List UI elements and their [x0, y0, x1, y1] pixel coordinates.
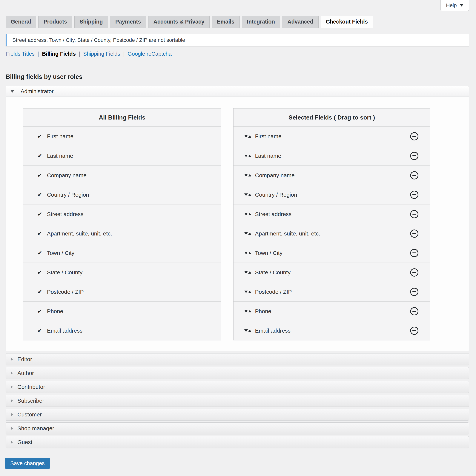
- chevron-down-icon: [10, 90, 14, 93]
- triangle-down-icon: [244, 174, 248, 177]
- accordion-header-shop-manager[interactable]: Shop manager: [6, 422, 469, 434]
- field-label: Company name: [47, 172, 87, 179]
- field-label: First name: [255, 133, 282, 139]
- tab-shipping[interactable]: Shipping: [74, 16, 108, 28]
- drag-sort-icon[interactable]: [244, 271, 251, 274]
- help-label: Help: [446, 2, 457, 8]
- check-icon: ✔: [37, 211, 42, 217]
- tab-emails[interactable]: Emails: [212, 16, 240, 28]
- collapsed-role-bars: EditorAuthorContributorSubscriberCustome…: [6, 353, 469, 448]
- remove-field-icon[interactable]: [410, 132, 419, 140]
- all-field-row-street-address[interactable]: ✔Street address: [23, 204, 221, 224]
- triangle-down-icon: [244, 252, 248, 254]
- drag-sort-icon[interactable]: [244, 310, 251, 313]
- field-label: Email address: [47, 327, 82, 334]
- selected-field-row-company-name[interactable]: Company name: [234, 166, 430, 185]
- remove-field-icon[interactable]: [410, 327, 419, 335]
- selected-field-row-phone[interactable]: Phone: [234, 301, 430, 321]
- chevron-right-icon: [11, 413, 13, 416]
- remove-field-icon[interactable]: [410, 307, 419, 315]
- accordion-header-author[interactable]: Author: [6, 367, 469, 379]
- tab-payments[interactable]: Payments: [110, 16, 146, 28]
- drag-sort-icon[interactable]: [244, 290, 251, 293]
- all-field-row-first-name[interactable]: ✔First name: [23, 127, 221, 146]
- chevron-right-icon: [11, 427, 13, 430]
- minus-bar: [412, 330, 416, 331]
- field-label: Company name: [255, 172, 295, 179]
- role-label: Guest: [17, 439, 32, 445]
- drag-sort-icon[interactable]: [244, 193, 251, 196]
- field-label: State / County: [47, 269, 82, 276]
- check-icon: ✔: [37, 328, 42, 334]
- page-title: Billing fields by user roles: [6, 73, 82, 80]
- chevron-right-icon: [11, 372, 13, 375]
- drag-sort-icon[interactable]: [244, 135, 251, 138]
- tab-checkout-fields[interactable]: Checkout Fields: [321, 16, 373, 28]
- subnav-link-billing-fields: Billing Fields: [42, 51, 76, 57]
- drag-sort-icon[interactable]: [244, 174, 251, 177]
- accordion-header-administrator[interactable]: Administrator: [6, 86, 469, 97]
- field-label: Phone: [255, 308, 271, 314]
- role-label: Contributor: [17, 384, 45, 390]
- all-field-row-apartment-suite-unit-etc[interactable]: ✔Apartment, suite, unit, etc.: [23, 224, 221, 243]
- selected-fields-table: Selected Fields ( Drag to sort ) First n…: [233, 108, 430, 340]
- remove-field-icon[interactable]: [410, 191, 419, 199]
- all-field-row-town-city[interactable]: ✔Town / City: [23, 243, 221, 263]
- selected-field-row-apartment-suite-unit-etc[interactable]: Apartment, suite, unit, etc.: [234, 224, 430, 243]
- selected-fields-rows: First nameLast nameCompany nameCountry /…: [234, 127, 430, 340]
- all-field-row-company-name[interactable]: ✔Company name: [23, 166, 221, 185]
- triangle-up-icon: [248, 290, 251, 293]
- tab-accounts-privacy[interactable]: Accounts & Privacy: [148, 16, 210, 28]
- all-billing-fields-table: All Billing Fields ✔First name✔Last name…: [23, 108, 221, 340]
- triangle-up-icon: [248, 155, 251, 157]
- check-icon: ✔: [37, 289, 42, 295]
- save-changes-button[interactable]: Save changes: [5, 458, 50, 469]
- field-label: Apartment, suite, unit, etc.: [255, 230, 320, 237]
- accordion-header-customer[interactable]: Customer: [6, 408, 469, 421]
- drag-sort-icon[interactable]: [244, 252, 251, 254]
- tab-products[interactable]: Products: [38, 16, 72, 28]
- all-field-row-postcode-zip[interactable]: ✔Postcode / ZIP: [23, 282, 221, 301]
- selected-field-row-street-address[interactable]: Street address: [234, 204, 430, 224]
- selected-field-row-country-region[interactable]: Country / Region: [234, 185, 430, 204]
- accordion-header-subscriber[interactable]: Subscriber: [6, 395, 469, 407]
- selected-field-row-first-name[interactable]: First name: [234, 127, 430, 146]
- remove-field-icon[interactable]: [410, 171, 419, 179]
- drag-sort-icon[interactable]: [244, 329, 251, 332]
- selected-field-row-email-address[interactable]: Email address: [234, 321, 430, 340]
- remove-field-icon[interactable]: [410, 230, 419, 238]
- selected-field-row-postcode-zip[interactable]: Postcode / ZIP: [234, 282, 430, 301]
- remove-field-icon[interactable]: [410, 210, 419, 218]
- help-button[interactable]: Help: [440, 0, 469, 11]
- drag-sort-icon[interactable]: [244, 155, 251, 157]
- all-field-row-last-name[interactable]: ✔Last name: [23, 146, 221, 166]
- all-field-row-country-region[interactable]: ✔Country / Region: [23, 185, 221, 204]
- check-icon: ✔: [37, 172, 42, 178]
- drag-sort-icon[interactable]: [244, 213, 251, 216]
- remove-field-icon[interactable]: [410, 268, 419, 277]
- check-icon: ✔: [37, 250, 42, 256]
- all-field-row-phone[interactable]: ✔Phone: [23, 301, 221, 321]
- selected-field-row-state-county[interactable]: State / County: [234, 263, 430, 282]
- subnav-link-shipping-fields[interactable]: Shipping Fields: [83, 51, 120, 57]
- selected-field-row-last-name[interactable]: Last name: [234, 146, 430, 166]
- remove-field-icon[interactable]: [410, 152, 419, 160]
- tab-integration[interactable]: Integration: [242, 16, 280, 28]
- accordion-header-editor[interactable]: Editor: [6, 353, 469, 365]
- notice-banner: Street address, Town / City, State / Cou…: [6, 34, 469, 46]
- drag-sort-icon[interactable]: [244, 232, 251, 235]
- tab-general[interactable]: General: [6, 16, 36, 28]
- tab-advanced[interactable]: Advanced: [282, 16, 319, 28]
- all-field-row-state-county[interactable]: ✔State / County: [23, 263, 221, 282]
- subnav-link-google-recaptcha[interactable]: Google reCaptcha: [128, 51, 172, 57]
- accordion-header-contributor[interactable]: Contributor: [6, 381, 469, 393]
- selected-field-row-town-city[interactable]: Town / City: [234, 243, 430, 263]
- all-field-row-email-address[interactable]: ✔Email address: [23, 321, 221, 340]
- accordion-header-guest[interactable]: Guest: [6, 436, 469, 448]
- role-label: Shop manager: [17, 425, 54, 432]
- triangle-up-icon: [248, 252, 251, 254]
- subnav-link-fields-titles[interactable]: Fields Titles: [6, 51, 35, 57]
- remove-field-icon[interactable]: [410, 249, 419, 257]
- role-label: Subscriber: [17, 398, 44, 404]
- remove-field-icon[interactable]: [410, 288, 419, 296]
